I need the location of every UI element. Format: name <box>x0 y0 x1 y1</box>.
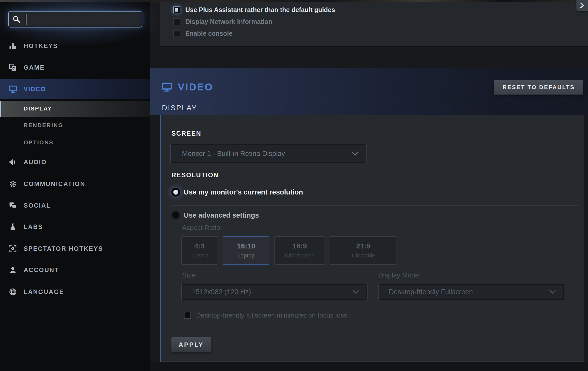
chevron-down-icon <box>352 152 359 156</box>
bottom-background <box>150 362 588 371</box>
search-input[interactable] <box>8 11 142 27</box>
sidebar-item-label: ACCOUNT <box>24 266 59 274</box>
previous-section-panel: Use Plus Assistant rather than the defau… <box>160 2 588 47</box>
checkbox-unchecked-icon[interactable] <box>173 18 180 25</box>
sidebar-subitem-label: OPTIONS <box>24 139 54 146</box>
sidebar-item-label: SOCIAL <box>24 202 51 209</box>
size-label: Size: <box>182 271 197 279</box>
aspect-tile-16-10[interactable]: 16:10 Laptop <box>223 236 269 265</box>
aspect-ratio-value: 21:9 <box>356 242 371 250</box>
game-icon <box>9 63 17 72</box>
sidebar-item-label: LABS <box>24 223 43 230</box>
text-cursor <box>26 14 26 25</box>
video-section-header: VIDEO <box>161 81 213 94</box>
speaker-icon <box>9 158 17 166</box>
sidebar-subitem-label: DISPLAY <box>24 105 52 112</box>
sidebar-item-language[interactable]: LANGUAGE <box>0 285 150 299</box>
aspect-ratio-name: Classic <box>190 252 209 259</box>
size-dropdown-value: 1512x982 (120 Hz) <box>192 288 251 296</box>
display-mode-dropdown[interactable]: Desktop-friendly Fullscreen <box>378 284 564 300</box>
sidebar-item-labs[interactable]: LABS <box>0 220 150 234</box>
screen-label: SCREEN <box>171 130 201 137</box>
sidebar-item-account[interactable]: ACCOUNT <box>0 263 150 277</box>
enable-console-checkbox-row[interactable]: Enable console <box>173 28 232 39</box>
aspect-tile-21-9[interactable]: 21:9 Ultrawide <box>330 236 397 265</box>
display-subtitle: DISPLAY <box>162 104 197 112</box>
globe-icon <box>9 288 17 296</box>
sidebar-subitem-label: RENDERING <box>24 122 63 129</box>
chevron-down-icon <box>352 290 360 294</box>
sidebar-item-social[interactable]: SOCIAL <box>0 198 150 213</box>
checkbox-unchecked-icon[interactable] <box>173 30 180 37</box>
sidebar-item-game[interactable]: GAME <box>0 60 150 75</box>
settings-sidebar: HOTKEYS GAME VIDEO DISPLAY RENDERING OPT… <box>0 2 150 371</box>
checkbox-label: Display Network Information <box>185 18 272 25</box>
network-info-checkbox-row[interactable]: Display Network Information <box>173 16 272 27</box>
current-resolution-radio[interactable] <box>171 188 180 197</box>
aspect-ratio-name: Laptop <box>237 252 255 259</box>
hotkeys-icon <box>9 42 17 50</box>
display-mode-label: Display Mode: <box>378 271 421 279</box>
advanced-settings-radio[interactable] <box>171 211 180 219</box>
screen-dropdown[interactable]: Monitor 1 - Built-in Retina Display <box>170 144 367 163</box>
section-title: VIDEO <box>178 82 213 93</box>
aspect-ratio-value: 16:9 <box>292 242 307 250</box>
aspect-ratio-value: 4:3 <box>194 242 205 250</box>
sidebar-item-label: AUDIO <box>24 159 47 166</box>
checkbox-label: Use Plus Assistant rather than the defau… <box>185 6 335 14</box>
sidebar-subitem-display[interactable]: DISPLAY <box>0 101 150 117</box>
plus-assistant-checkbox-row[interactable]: Use Plus Assistant rather than the defau… <box>173 4 335 15</box>
aspect-tile-4-3[interactable]: 4:3 Classic <box>181 236 217 265</box>
spectator-eye-icon <box>9 245 17 253</box>
size-dropdown[interactable]: 1512x982 (120 Hz) <box>181 284 368 300</box>
aspect-tile-16-9[interactable]: 16:9 Widescreen <box>274 236 325 265</box>
reset-to-defaults-button[interactable]: RESET TO DEFAULTS <box>494 80 583 95</box>
divider <box>171 328 578 328</box>
monitor-icon <box>161 82 172 92</box>
person-icon <box>9 266 17 274</box>
aspect-ratio-name: Widescreen <box>285 252 315 259</box>
settings-screen: HOTKEYS GAME VIDEO DISPLAY RENDERING OPT… <box>0 0 588 371</box>
sidebar-item-label: SPECTATOR HOTKEYS <box>24 245 103 252</box>
sidebar-item-label: LANGUAGE <box>24 288 64 295</box>
sidebar-subitem-options[interactable]: OPTIONS <box>0 135 150 150</box>
display-settings-panel: SCREEN Monitor 1 - Built-in Retina Displ… <box>160 115 584 362</box>
chevron-down-icon <box>549 290 556 294</box>
sidebar-item-spectator-hotkeys[interactable]: SPECTATOR HOTKEYS <box>0 242 150 256</box>
sidebar-item-label: VIDEO <box>24 86 46 93</box>
flask-icon <box>9 223 17 231</box>
aspect-ratio-value: 16:10 <box>237 242 255 250</box>
apply-button[interactable]: APPLY <box>171 337 211 352</box>
chevron-right-icon <box>580 3 585 8</box>
sidebar-item-hotkeys[interactable]: HOTKEYS <box>0 39 150 53</box>
aspect-ratio-name: Ultrawide <box>352 252 375 259</box>
search-icon <box>12 15 21 24</box>
aspect-ratio-label: Aspect Ratio: <box>182 224 222 232</box>
sidebar-item-label: COMMUNICATION <box>24 180 85 188</box>
checkbox-unchecked-icon[interactable] <box>184 312 191 319</box>
screen-dropdown-value: Monitor 1 - Built-in Retina Display <box>182 150 285 158</box>
sidebar-item-video[interactable]: VIDEO <box>0 79 150 99</box>
checkbox-label: Enable console <box>185 30 232 37</box>
checkbox-label: Desktop-friendly fullscreen minimizes on… <box>196 311 347 319</box>
sidebar-item-audio[interactable]: AUDIO <box>0 155 150 169</box>
resolution-label: RESOLUTION <box>171 171 219 179</box>
collapse-panel-button[interactable] <box>576 0 588 11</box>
gear-icon <box>9 180 17 188</box>
settings-content: Use Plus Assistant rather than the defau… <box>150 0 588 371</box>
sidebar-item-communication[interactable]: COMMUNICATION <box>0 177 150 191</box>
current-resolution-radio-label: Use my monitor's current resolution <box>184 188 303 196</box>
sidebar-item-label: HOTKEYS <box>24 42 58 50</box>
checkbox-checked-icon[interactable] <box>173 6 180 13</box>
sidebar-item-label: GAME <box>24 64 45 71</box>
advanced-settings-radio-label: Use advanced settings <box>184 211 259 219</box>
chat-bubbles-icon <box>9 201 17 210</box>
display-mode-dropdown-value: Desktop-friendly Fullscreen <box>389 288 473 296</box>
minimize-on-focus-loss-checkbox-row[interactable]: Desktop-friendly fullscreen minimizes on… <box>184 310 347 321</box>
divider <box>171 205 578 206</box>
monitor-icon <box>9 85 17 93</box>
sidebar-subitem-rendering[interactable]: RENDERING <box>0 118 150 133</box>
